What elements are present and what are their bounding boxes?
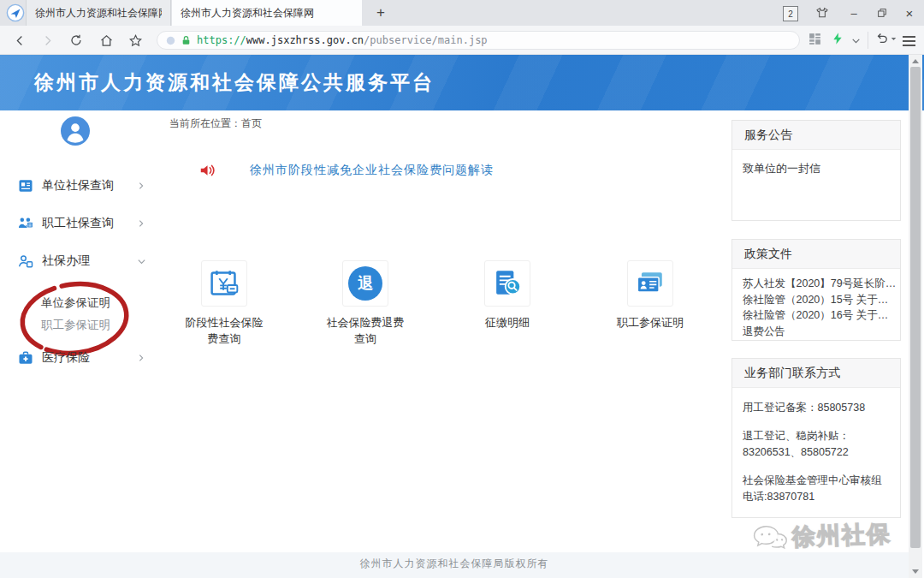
service-label: 查询 [310, 331, 421, 347]
browser-tab-active[interactable]: 徐州市人力资源和社会保障网 [172, 0, 362, 26]
chevron-right-icon [137, 182, 145, 190]
person-form-icon [17, 253, 34, 270]
restore-window-button[interactable] [868, 0, 897, 26]
sidebar-item-medical-insurance[interactable]: 医疗保险 [17, 348, 145, 368]
announcement-row: 徐州市阶段性减免企业社会保险费问题解读 [198, 161, 494, 180]
speed-lightning-icon[interactable] [831, 32, 844, 45]
tab-count-badge[interactable]: 2 [783, 6, 798, 21]
announcement-link[interactable]: 徐州市阶段性减免企业社会保险费问题解读 [250, 163, 494, 178]
sidebar-item-label: 医疗保险 [42, 350, 129, 366]
lock-icon [181, 35, 192, 46]
caret-down-icon [891, 36, 897, 42]
chevron-right-icon [137, 219, 145, 228]
breadcrumb: 当前所在位置：首页 [169, 116, 262, 131]
restore-icon [876, 7, 888, 19]
back-button[interactable] [10, 33, 29, 48]
yuan-box-icon [201, 260, 247, 307]
forward-button[interactable] [38, 33, 56, 48]
panel-policy-files: 政策文件 苏人社发【2020】79号延长阶… 徐社险管（2020）15号 关于…… [732, 239, 901, 341]
url-text: https://www.jsxzhrss.gov.cn/pubservice/m… [197, 34, 488, 46]
policy-link[interactable]: 苏人社发【2020】79号延长阶… [732, 276, 900, 292]
browser-titlebar: 徐州市人力资源和社会保障网 徐州市人力资源和社会保障网 + 2 – × [0, 0, 924, 26]
chevron-right-icon [137, 354, 145, 362]
people-icon [17, 215, 34, 232]
service-label: 征缴明细 [452, 314, 563, 331]
sidebar-item-employee-query[interactable]: 职工社保查询 [17, 213, 145, 234]
unit-card-icon [17, 177, 34, 194]
service-collection-detail[interactable]: 征缴明细 [452, 260, 563, 331]
minimize-button[interactable]: – [839, 0, 868, 26]
panel-service-notice: 服务公告 致单位的一封信 [732, 120, 901, 221]
sidebar-item-social-insurance-handling[interactable]: 社保办理 [17, 251, 145, 271]
chat-bubbles-icon [750, 523, 789, 553]
tshirt-icon [815, 6, 829, 20]
undo-closed-tab-button[interactable] [874, 32, 897, 46]
service-label: 社会保险费退费 [310, 314, 421, 331]
scroll-up-arrow[interactable] [912, 59, 919, 63]
sidebar-item-label: 单位社保查询 [42, 178, 129, 194]
wechat-watermark: 徐州社保 [750, 518, 891, 554]
sidebar-subitem-employee-certificate[interactable]: 职工参保证明 [41, 318, 110, 333]
chevron-down-icon [137, 257, 145, 265]
page-footer: 徐州市人力资源和社会保障局版权所有 苏ICP备16047411号-1 Copyr… [0, 552, 909, 578]
panel-department-contacts: 业务部门联系方式 用工登记备案：85805738 退工登记、稳岗补贴：83206… [732, 358, 901, 518]
id-cards-icon [627, 260, 673, 307]
document-magnifier-icon [484, 260, 530, 307]
browser-tab-inactive[interactable]: 徐州市人力资源和社会保障网 [26, 0, 171, 26]
speaker-icon [198, 161, 217, 180]
scroll-down-arrow[interactable] [912, 569, 919, 574]
bookmark-star-icon[interactable] [126, 33, 145, 48]
sidebar-item-label: 社保办理 [42, 253, 129, 269]
tab-title: 徐州市人力资源和社会保障网 [181, 6, 314, 21]
chevron-down-icon[interactable] [850, 35, 862, 46]
contact-line: 退工登记、稳岗补贴：83206531、85805722 [743, 428, 890, 461]
watermark-text: 徐州社保 [791, 518, 891, 552]
menu-button[interactable] [903, 33, 915, 49]
service-label: 职工参保证明 [595, 314, 706, 331]
toolbar-separator [868, 32, 868, 49]
first-aid-kit-icon [17, 349, 34, 366]
sidebar-item-label: 职工社保查询 [42, 216, 129, 231]
service-employee-certificate[interactable]: 职工参保证明 [595, 260, 706, 331]
panel-title: 政策文件 [732, 240, 900, 269]
service-label: 阶段性社会保险 [169, 314, 280, 331]
contact-line: 用工登记备案：85805738 [743, 400, 890, 416]
scrollbar-thumb[interactable] [910, 67, 921, 548]
service-label: 费查询 [169, 331, 280, 347]
tab-title: 徐州市人力资源和社会保障网 [35, 6, 162, 21]
contact-line: 社会保险基金管理中心审核组电话:83870781 [743, 473, 890, 505]
site-banner: 徐州市人力资源和社会保障公共服务平台 [0, 55, 924, 110]
refund-circle-icon: 退 [342, 260, 388, 307]
new-tab-button[interactable]: + [370, 3, 392, 23]
policy-link[interactable]: 徐社险管（2020）16号 关于… [732, 307, 900, 324]
panel-title: 业务部门联系方式 [732, 359, 900, 388]
browser-logo-icon [6, 3, 25, 22]
site-title: 徐州市人力资源和社会保障公共服务平台 [34, 55, 435, 110]
copyright-text: 徐州市人力资源和社会保障局版权所有 [0, 552, 909, 571]
site-info-icon[interactable] [166, 36, 175, 45]
sidebar-subitem-unit-certificate[interactable]: 单位参保证明 [41, 295, 110, 311]
address-bar[interactable]: https://www.jsxzhrss.gov.cn/pubservice/m… [157, 31, 800, 50]
close-button[interactable]: × [895, 0, 924, 26]
service-periodic-fee-query[interactable]: 阶段性社会保险 费查询 [169, 260, 280, 347]
panel-title: 服务公告 [732, 121, 900, 150]
home-button[interactable] [97, 33, 116, 48]
policy-link[interactable]: 退费公告 [732, 324, 900, 340]
notice-link[interactable]: 致单位的一封信 [732, 150, 900, 177]
refresh-icon[interactable] [67, 33, 86, 48]
service-refund-query[interactable]: 退 社会保险费退费 查询 [310, 260, 421, 347]
sidebar-item-unit-query[interactable]: 单位社保查询 [17, 176, 145, 196]
user-avatar[interactable] [61, 116, 90, 146]
policy-link[interactable]: 徐社险管（2020）15号 关于… [732, 292, 900, 308]
page-scrollbar[interactable] [909, 55, 922, 578]
qr-grid-icon[interactable] [808, 32, 822, 46]
theme-skin-button[interactable] [808, 0, 837, 26]
